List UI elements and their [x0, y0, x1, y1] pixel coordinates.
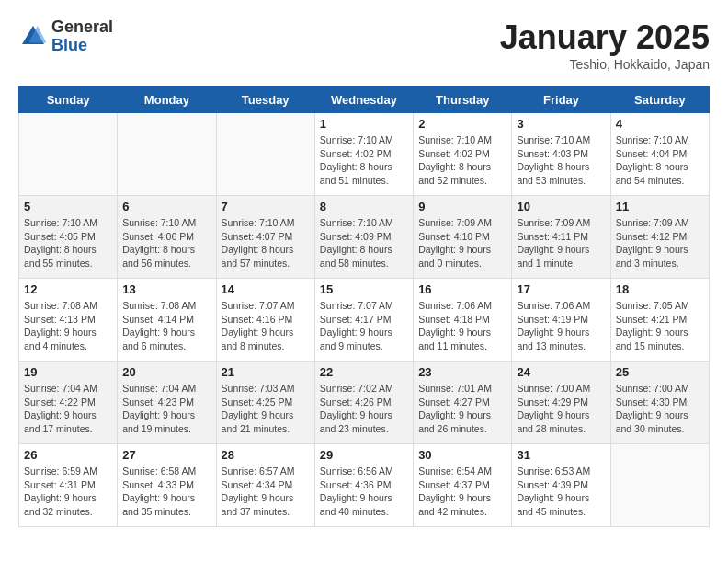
calendar-cell: 20Sunrise: 7:04 AM Sunset: 4:23 PM Dayli… — [118, 362, 216, 444]
day-number: 5 — [24, 200, 112, 213]
calendar-cell — [118, 113, 216, 196]
day-info: Sunrise: 7:00 AM Sunset: 4:30 PM Dayligh… — [616, 382, 704, 436]
calendar-cell: 10Sunrise: 7:09 AM Sunset: 4:11 PM Dayli… — [512, 196, 610, 279]
calendar-cell: 14Sunrise: 7:07 AM Sunset: 4:16 PM Dayli… — [216, 279, 314, 362]
day-info: Sunrise: 6:58 AM Sunset: 4:33 PM Dayligh… — [122, 465, 210, 519]
calendar-week-row: 1Sunrise: 7:10 AM Sunset: 4:02 PM Daylig… — [19, 113, 710, 196]
day-info: Sunrise: 7:03 AM Sunset: 4:25 PM Dayligh… — [222, 382, 310, 436]
day-info: Sunrise: 7:04 AM Sunset: 4:23 PM Dayligh… — [122, 382, 210, 436]
day-info: Sunrise: 7:09 AM Sunset: 4:10 PM Dayligh… — [418, 216, 506, 270]
day-number: 31 — [517, 448, 605, 462]
weekday-header-thursday: Thursday — [414, 87, 512, 113]
day-info: Sunrise: 7:10 AM Sunset: 4:09 PM Dayligh… — [320, 216, 408, 270]
day-info: Sunrise: 7:07 AM Sunset: 4:17 PM Dayligh… — [320, 299, 408, 353]
weekday-header-saturday: Saturday — [610, 87, 709, 113]
calendar-cell: 7Sunrise: 7:10 AM Sunset: 4:07 PM Daylig… — [216, 196, 314, 279]
day-number: 21 — [222, 365, 310, 379]
calendar-cell: 5Sunrise: 7:10 AM Sunset: 4:05 PM Daylig… — [19, 196, 118, 279]
day-number: 9 — [418, 200, 506, 213]
calendar-week-row: 26Sunrise: 6:59 AM Sunset: 4:31 PM Dayli… — [19, 444, 710, 527]
weekday-header-row: SundayMondayTuesdayWednesdayThursdayFrid… — [19, 87, 710, 113]
calendar-cell: 25Sunrise: 7:00 AM Sunset: 4:30 PM Dayli… — [610, 362, 709, 444]
calendar-cell — [19, 113, 118, 196]
day-info: Sunrise: 7:09 AM Sunset: 4:11 PM Dayligh… — [517, 216, 605, 270]
calendar-cell: 23Sunrise: 7:01 AM Sunset: 4:27 PM Dayli… — [414, 362, 512, 444]
day-number: 30 — [418, 448, 506, 462]
weekday-header-wednesday: Wednesday — [314, 87, 413, 113]
calendar-cell — [610, 444, 709, 527]
logo: General Blue — [18, 18, 113, 55]
calendar-cell: 11Sunrise: 7:09 AM Sunset: 4:12 PM Dayli… — [610, 196, 709, 279]
month-title: January 2025 — [500, 18, 710, 57]
calendar-cell: 4Sunrise: 7:10 AM Sunset: 4:04 PM Daylig… — [610, 113, 709, 196]
day-number: 18 — [616, 282, 704, 296]
day-info: Sunrise: 7:04 AM Sunset: 4:22 PM Dayligh… — [24, 382, 112, 436]
day-info: Sunrise: 7:10 AM Sunset: 4:04 PM Dayligh… — [616, 133, 704, 188]
logo-icon — [18, 22, 48, 52]
calendar-cell: 15Sunrise: 7:07 AM Sunset: 4:17 PM Dayli… — [314, 279, 413, 362]
day-info: Sunrise: 7:10 AM Sunset: 4:03 PM Dayligh… — [517, 133, 605, 188]
day-number: 23 — [418, 365, 506, 379]
day-info: Sunrise: 7:10 AM Sunset: 4:05 PM Dayligh… — [24, 216, 112, 270]
calendar-cell: 29Sunrise: 6:56 AM Sunset: 4:36 PM Dayli… — [314, 444, 413, 527]
day-number: 17 — [517, 282, 605, 296]
day-number: 1 — [320, 117, 408, 131]
day-number: 6 — [122, 200, 210, 213]
day-number: 7 — [222, 200, 310, 213]
calendar-cell: 8Sunrise: 7:10 AM Sunset: 4:09 PM Daylig… — [314, 196, 413, 279]
day-info: Sunrise: 6:53 AM Sunset: 4:39 PM Dayligh… — [517, 465, 605, 519]
calendar-cell: 1Sunrise: 7:10 AM Sunset: 4:02 PM Daylig… — [314, 113, 413, 196]
day-number: 4 — [616, 117, 704, 131]
page-header: General Blue January 2025 Teshio, Hokkai… — [18, 18, 710, 72]
calendar-cell: 24Sunrise: 7:00 AM Sunset: 4:29 PM Dayli… — [512, 362, 610, 444]
location-subtitle: Teshio, Hokkaido, Japan — [500, 57, 710, 72]
weekday-header-friday: Friday — [512, 87, 610, 113]
day-number: 27 — [122, 448, 210, 462]
calendar-cell: 21Sunrise: 7:03 AM Sunset: 4:25 PM Dayli… — [216, 362, 314, 444]
calendar-cell: 30Sunrise: 6:54 AM Sunset: 4:37 PM Dayli… — [414, 444, 512, 527]
day-info: Sunrise: 7:06 AM Sunset: 4:19 PM Dayligh… — [517, 299, 605, 353]
calendar-cell: 18Sunrise: 7:05 AM Sunset: 4:21 PM Dayli… — [610, 279, 709, 362]
calendar-cell: 19Sunrise: 7:04 AM Sunset: 4:22 PM Dayli… — [19, 362, 118, 444]
day-info: Sunrise: 7:01 AM Sunset: 4:27 PM Dayligh… — [418, 382, 506, 436]
logo-text: General Blue — [51, 18, 113, 55]
day-number: 12 — [24, 282, 112, 296]
day-info: Sunrise: 7:10 AM Sunset: 4:02 PM Dayligh… — [418, 133, 506, 188]
calendar-week-row: 19Sunrise: 7:04 AM Sunset: 4:22 PM Dayli… — [19, 362, 710, 444]
day-info: Sunrise: 7:09 AM Sunset: 4:12 PM Dayligh… — [616, 216, 704, 270]
calendar-cell: 3Sunrise: 7:10 AM Sunset: 4:03 PM Daylig… — [512, 113, 610, 196]
day-info: Sunrise: 7:10 AM Sunset: 4:06 PM Dayligh… — [122, 216, 210, 270]
day-number: 8 — [320, 200, 408, 213]
day-info: Sunrise: 7:00 AM Sunset: 4:29 PM Dayligh… — [517, 382, 605, 436]
day-number: 28 — [222, 448, 310, 462]
day-number: 3 — [517, 117, 605, 131]
weekday-header-monday: Monday — [118, 87, 216, 113]
calendar-cell: 16Sunrise: 7:06 AM Sunset: 4:18 PM Dayli… — [414, 279, 512, 362]
weekday-header-sunday: Sunday — [19, 87, 118, 113]
weekday-header-tuesday: Tuesday — [216, 87, 314, 113]
day-number: 22 — [320, 365, 408, 379]
day-info: Sunrise: 6:57 AM Sunset: 4:34 PM Dayligh… — [222, 465, 310, 519]
logo-general: General — [51, 17, 113, 36]
calendar-cell: 28Sunrise: 6:57 AM Sunset: 4:34 PM Dayli… — [216, 444, 314, 527]
day-number: 29 — [320, 448, 408, 462]
day-info: Sunrise: 7:08 AM Sunset: 4:14 PM Dayligh… — [122, 299, 210, 353]
calendar-cell: 2Sunrise: 7:10 AM Sunset: 4:02 PM Daylig… — [414, 113, 512, 196]
calendar-cell: 27Sunrise: 6:58 AM Sunset: 4:33 PM Dayli… — [118, 444, 216, 527]
day-info: Sunrise: 7:08 AM Sunset: 4:13 PM Dayligh… — [24, 299, 112, 353]
calendar-table: SundayMondayTuesdayWednesdayThursdayFrid… — [18, 86, 710, 527]
day-info: Sunrise: 6:54 AM Sunset: 4:37 PM Dayligh… — [418, 465, 506, 519]
calendar-week-row: 5Sunrise: 7:10 AM Sunset: 4:05 PM Daylig… — [19, 196, 710, 279]
day-info: Sunrise: 7:02 AM Sunset: 4:26 PM Dayligh… — [320, 382, 408, 436]
calendar-body: 1Sunrise: 7:10 AM Sunset: 4:02 PM Daylig… — [19, 113, 710, 527]
calendar-cell: 31Sunrise: 6:53 AM Sunset: 4:39 PM Dayli… — [512, 444, 610, 527]
day-number: 16 — [418, 282, 506, 296]
calendar-cell: 26Sunrise: 6:59 AM Sunset: 4:31 PM Dayli… — [19, 444, 118, 527]
day-number: 13 — [122, 282, 210, 296]
calendar-cell: 6Sunrise: 7:10 AM Sunset: 4:06 PM Daylig… — [118, 196, 216, 279]
logo-blue: Blue — [51, 36, 87, 54]
day-number: 24 — [517, 365, 605, 379]
day-number: 20 — [122, 365, 210, 379]
day-number: 2 — [418, 117, 506, 131]
day-info: Sunrise: 6:59 AM Sunset: 4:31 PM Dayligh… — [24, 465, 112, 519]
